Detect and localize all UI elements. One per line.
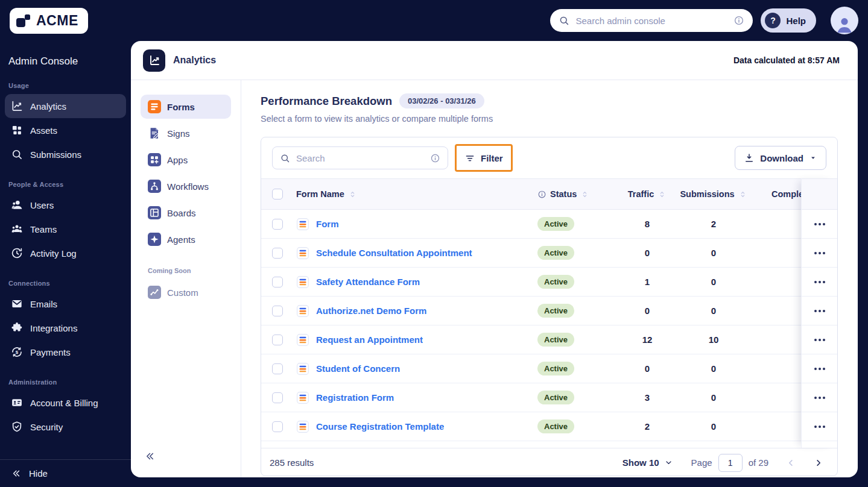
admin-search[interactable] <box>550 9 753 32</box>
traffic-cell: 0 <box>623 363 671 374</box>
product-nav-item-apps[interactable]: Apps <box>141 148 231 172</box>
form-name-link[interactable]: Authorize.net Demo Form <box>316 306 426 316</box>
admin-search-input[interactable] <box>575 16 727 26</box>
show-per-page-dropdown[interactable]: Show 10 <box>622 457 673 468</box>
status-badge: Active <box>537 391 574 404</box>
sort-icon[interactable] <box>348 190 357 199</box>
row-checkbox[interactable] <box>272 421 283 432</box>
sidebar-item-payments[interactable]: $Payments <box>5 340 126 364</box>
traffic-cell: 8 <box>623 219 671 229</box>
filter-lines-icon <box>464 152 475 163</box>
page-number-input[interactable] <box>718 454 743 472</box>
submissions-cell: 0 <box>671 306 756 316</box>
sidebar-item-integrations[interactable]: Integrations <box>5 316 126 340</box>
product-nav-items: FormsSignsAppsWorkflowsBoardsAgents <box>141 95 231 251</box>
product-nav-item-signs[interactable]: Signs <box>141 121 231 145</box>
table-search[interactable] <box>272 146 448 169</box>
download-button[interactable]: Download <box>735 146 826 170</box>
acme-logo[interactable]: ACME <box>10 8 88 34</box>
form-name-link[interactable]: Student of Concern <box>316 363 400 374</box>
row-actions-button[interactable] <box>811 393 829 403</box>
previous-page-button[interactable] <box>785 457 796 468</box>
row-actions-button[interactable] <box>811 364 829 374</box>
form-name-link[interactable]: Schedule Consultation Appointment <box>316 248 472 258</box>
status-badge: Active <box>537 419 574 433</box>
product-nav-item-agents[interactable]: Agents <box>141 227 231 251</box>
sidebar-sections: UsageAnalyticsAssetsSubmissionsPeople & … <box>0 68 131 459</box>
collapse-product-nav-button[interactable] <box>144 451 155 462</box>
sidebar-section-label: Administration <box>5 379 126 386</box>
info-icon <box>430 153 440 163</box>
form-doc-icon <box>296 218 309 231</box>
sidebar-item-submissions[interactable]: Submissions <box>5 142 126 166</box>
row-actions-button[interactable] <box>811 335 829 345</box>
product-nav-label: Custom <box>167 287 198 298</box>
row-actions-cell <box>802 325 837 354</box>
sort-icon[interactable] <box>738 190 747 199</box>
table-header: Form Name Status Traffic <box>261 178 837 210</box>
chevron-down-icon <box>809 154 817 162</box>
sidebar-item-emails[interactable]: Emails <box>5 292 126 316</box>
row-checkbox-cell <box>261 306 296 316</box>
row-actions-button[interactable] <box>811 277 829 287</box>
column-header-form-name[interactable]: Form Name <box>296 189 533 199</box>
coming-soon-items: Custom <box>141 280 231 304</box>
form-name-link[interactable]: Request an Appointment <box>316 335 423 345</box>
row-actions-button[interactable] <box>811 306 829 316</box>
sidebar-item-label: Activity Log <box>30 248 77 259</box>
filter-button[interactable]: Filter <box>455 144 513 172</box>
form-name-link[interactable]: Registration Form <box>316 392 394 403</box>
column-header-status[interactable]: Status <box>533 189 623 199</box>
workflows-icon <box>148 180 161 193</box>
product-nav-item-forms[interactable]: Forms <box>141 95 231 119</box>
row-checkbox[interactable] <box>272 219 283 230</box>
form-doc-icon <box>296 391 309 404</box>
row-checkbox[interactable] <box>272 363 283 374</box>
row-checkbox[interactable] <box>272 248 283 259</box>
row-actions-cell <box>802 383 837 412</box>
sidebar-item-account-billing[interactable]: Account & Billing <box>5 391 126 415</box>
product-nav-item-workflows[interactable]: Workflows <box>141 174 231 198</box>
form-doc-icon <box>296 247 309 260</box>
form-name-link[interactable]: Form <box>316 219 339 229</box>
sidebar-item-teams[interactable]: Teams <box>5 217 126 241</box>
product-nav-item-boards[interactable]: Boards <box>141 201 231 225</box>
card-header: Analytics Data calculated at 8:57 AM <box>131 41 858 80</box>
help-button[interactable]: ? Help <box>761 8 816 33</box>
partial-row <box>261 441 837 448</box>
next-page-button[interactable] <box>813 457 824 468</box>
row-actions-button[interactable] <box>811 219 829 229</box>
form-name-cell: Safety Attendance Form <box>296 275 533 289</box>
users-icon <box>11 199 23 211</box>
form-name-link[interactable]: Safety Attendance Form <box>316 277 420 287</box>
column-header-traffic[interactable]: Traffic <box>623 189 671 199</box>
hide-sidebar-button[interactable]: Hide <box>0 459 131 487</box>
form-name-link[interactable]: Course Registration Template <box>316 421 444 432</box>
app-root: ACME ? Help Admin Console UsageAnalytics… <box>0 0 868 487</box>
row-checkbox[interactable] <box>272 392 283 403</box>
sort-icon[interactable] <box>580 190 589 199</box>
admin-sidebar: Admin Console UsageAnalyticsAssetsSubmis… <box>0 41 131 487</box>
avatar[interactable] <box>831 7 858 34</box>
sidebar-item-analytics[interactable]: Analytics <box>5 94 126 118</box>
row-checkbox[interactable] <box>272 335 283 345</box>
sidebar-item-users[interactable]: Users <box>5 193 126 217</box>
date-range-chip[interactable]: 03/02/26 - 03/31/26 <box>399 93 484 108</box>
sidebar-item-activity-log[interactable]: Activity Log <box>5 241 126 265</box>
sort-icon[interactable] <box>657 190 667 199</box>
table-search-input[interactable] <box>296 153 424 163</box>
double-chevron-left-icon <box>11 468 21 479</box>
select-all-checkbox[interactable] <box>272 189 283 200</box>
info-icon <box>733 15 744 26</box>
table-footer: 285 results Show 10 Page of 29 <box>261 448 837 477</box>
sidebar-item-assets[interactable]: Assets <box>5 118 126 142</box>
row-checkbox[interactable] <box>272 277 283 287</box>
chevron-left-icon <box>785 457 796 468</box>
row-checkbox[interactable] <box>272 306 283 316</box>
sidebar-item-security[interactable]: Security <box>5 415 126 439</box>
row-actions-cell <box>802 354 837 383</box>
submissions-cell: 10 <box>671 335 756 345</box>
row-actions-button[interactable] <box>811 248 829 258</box>
column-header-submissions[interactable]: Submissions <box>671 189 756 199</box>
row-actions-button[interactable] <box>811 422 829 432</box>
